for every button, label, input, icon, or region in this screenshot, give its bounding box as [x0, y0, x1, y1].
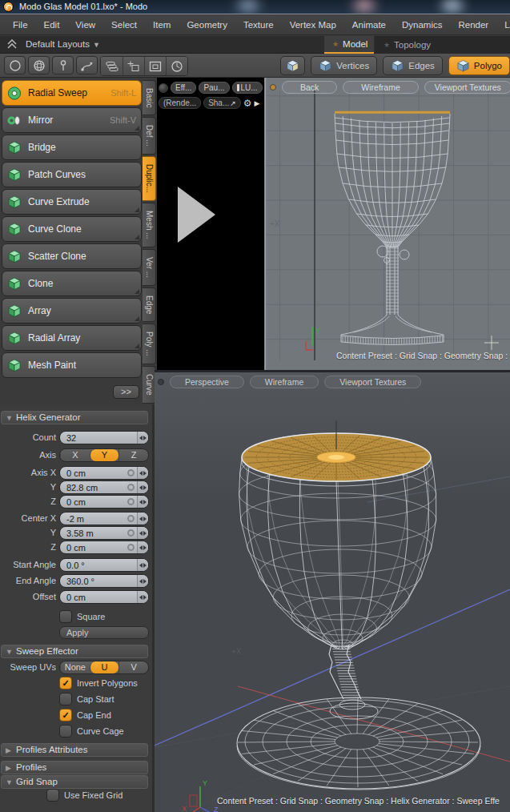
spinner-icon[interactable]: [137, 541, 148, 553]
checkbox[interactable]: ✓: [59, 693, 72, 705]
mode-button[interactable]: Polygo: [448, 56, 510, 75]
tool-button[interactable]: Mesh Paint: [2, 352, 142, 378]
axis-z-field[interactable]: 0 cm: [59, 495, 149, 509]
view-type-button[interactable]: Back: [282, 81, 337, 94]
tool-button[interactable]: Array: [2, 298, 142, 324]
mode-button[interactable]: Vertices: [311, 56, 377, 75]
action-center-icon[interactable]: [122, 57, 144, 75]
center-z-field[interactable]: 0 cm: [59, 541, 149, 554]
spinner-icon[interactable]: [137, 513, 148, 525]
tool-category-tab[interactable]: Edge: [143, 287, 156, 322]
tool-button[interactable]: Radial Array: [2, 325, 142, 351]
tool-button[interactable]: Patch Curves: [2, 162, 142, 187]
reset-ring-icon[interactable]: [127, 515, 135, 522]
tab-model[interactable]: ★Model: [324, 36, 374, 54]
menu-item[interactable]: Dynamics: [394, 20, 450, 30]
start-angle-field[interactable]: 0.0 °: [59, 558, 149, 572]
checkbox[interactable]: ✓: [59, 725, 72, 738]
viewport-textures-button[interactable]: Viewport Textures: [424, 81, 510, 94]
ellipse-icon[interactable]: [4, 56, 26, 74]
center-x-field[interactable]: -2 m: [59, 512, 149, 525]
play-icon[interactable]: ▶: [255, 99, 260, 107]
count-field[interactable]: 32: [59, 431, 149, 444]
spinner-icon[interactable]: [137, 432, 148, 444]
pin-icon[interactable]: [52, 56, 74, 74]
menu-item[interactable]: File: [5, 20, 36, 30]
items-mode-button[interactable]: [280, 56, 305, 75]
menu-item[interactable]: Select: [103, 20, 145, 30]
tool-category-tab[interactable]: Def ...: [143, 117, 156, 155]
sweep-effector-header[interactable]: ▼Sweep Effector: [1, 645, 148, 658]
preview-tab-effects[interactable]: Eff...: [171, 82, 196, 94]
tool-button[interactable]: Scatter Clone: [2, 243, 142, 269]
reset-ring-icon[interactable]: [127, 544, 135, 551]
tool-button[interactable]: Bridge: [2, 135, 142, 160]
menu-item[interactable]: Texture: [235, 20, 282, 30]
falloff-icon[interactable]: [144, 57, 166, 75]
checkbox[interactable]: ✓: [59, 709, 72, 722]
axis-option[interactable]: Y: [90, 449, 119, 461]
checkbox[interactable]: ✓: [59, 677, 72, 689]
back-viewport-canvas[interactable]: Y+X: [267, 78, 510, 370]
uv-option[interactable]: U: [90, 661, 119, 673]
shading-mode-button[interactable]: Wireframe: [250, 376, 319, 388]
square-checkbox[interactable]: ✓: [59, 610, 72, 623]
tool-button[interactable]: Curve Extrude: [2, 189, 142, 215]
profiles-header[interactable]: ▶Profiles: [1, 761, 148, 774]
tool-category-tab[interactable]: Mesh ...: [143, 203, 156, 247]
axis-option[interactable]: Z: [118, 449, 148, 461]
window-titlebar[interactable]: Modo Glas Model 01.lxo* - Modo: [0, 0, 510, 14]
spinner-icon[interactable]: [137, 559, 148, 571]
mode-button[interactable]: Edges: [383, 56, 443, 75]
layout-preset-dropdown[interactable]: Default Layouts▼: [26, 39, 100, 49]
big-play-triangle-icon[interactable]: [178, 187, 215, 243]
use-fixed-grid-checkbox[interactable]: ✓: [46, 789, 59, 802]
menu-item[interactable]: Item: [145, 20, 179, 30]
render-dropdown[interactable]: (Rende...: [159, 97, 201, 109]
spinner-icon[interactable]: [137, 481, 148, 493]
viewport-textures-button[interactable]: Viewport Textures: [324, 376, 421, 388]
pin-layout-icon[interactable]: [6, 39, 18, 50]
apply-button[interactable]: Apply: [59, 626, 149, 639]
tool-category-tab[interactable]: Poly ...: [143, 324, 156, 364]
reset-ring-icon[interactable]: [127, 498, 135, 505]
preview-tab-pause[interactable]: Pau...: [199, 82, 229, 94]
tool-button[interactable]: Clone: [2, 271, 142, 296]
menu-item[interactable]: Render: [450, 20, 496, 30]
tool-button[interactable]: Curve Clone: [2, 216, 142, 242]
shader-dropdown[interactable]: Sha...↗: [203, 97, 241, 109]
axis-y-field[interactable]: 82.8 cm: [59, 480, 149, 494]
reset-ring-icon[interactable]: [127, 469, 135, 476]
axis-option[interactable]: X: [60, 449, 90, 461]
layers-icon[interactable]: [101, 57, 122, 75]
menu-item[interactable]: View: [67, 20, 103, 30]
tool-button[interactable]: Mirror Shift-V: [2, 107, 142, 133]
render-preview-panel[interactable]: Eff... Pau... LU... (Rende... Sha...↗ ⚙ …: [157, 78, 264, 370]
tool-category-tab[interactable]: Duplic...: [143, 156, 156, 201]
reset-ring-icon[interactable]: [127, 529, 135, 537]
reset-ring-icon[interactable]: [127, 484, 135, 491]
gear-icon[interactable]: ⚙: [243, 98, 252, 108]
tool-category-tab[interactable]: Basic: [143, 80, 156, 115]
end-angle-field[interactable]: 360.0 °: [59, 574, 149, 588]
menu-item[interactable]: Geometry: [179, 20, 235, 30]
spinner-icon[interactable]: [137, 575, 148, 587]
preview-sphere-icon[interactable]: [159, 83, 168, 93]
tool-category-tab[interactable]: Ver ...: [143, 249, 156, 286]
menu-item[interactable]: Vertex Map: [282, 20, 344, 30]
axis-x-field[interactable]: 0 cm: [59, 466, 149, 480]
viewport-dot-icon[interactable]: [270, 84, 276, 90]
uv-option[interactable]: V: [118, 661, 148, 673]
tab-topology[interactable]: ★Topology: [375, 36, 510, 54]
menu-item[interactable]: Animate: [344, 20, 394, 30]
perspective-viewport-canvas[interactable]: +XYZX: [155, 372, 510, 812]
spinner-icon[interactable]: [137, 527, 148, 539]
view-type-button[interactable]: Perspective: [170, 376, 244, 388]
grid-snap-header[interactable]: ▼Grid Snap: [1, 775, 148, 789]
more-tools-button[interactable]: >>: [113, 385, 139, 399]
preview-tab-lut[interactable]: LU...: [232, 82, 263, 94]
helix-generator-header[interactable]: ▼Helix Generator: [1, 411, 148, 424]
shading-mode-button[interactable]: Wireframe: [343, 81, 418, 94]
spinner-icon[interactable]: [137, 591, 148, 603]
menu-item[interactable]: Layout: [496, 20, 510, 30]
